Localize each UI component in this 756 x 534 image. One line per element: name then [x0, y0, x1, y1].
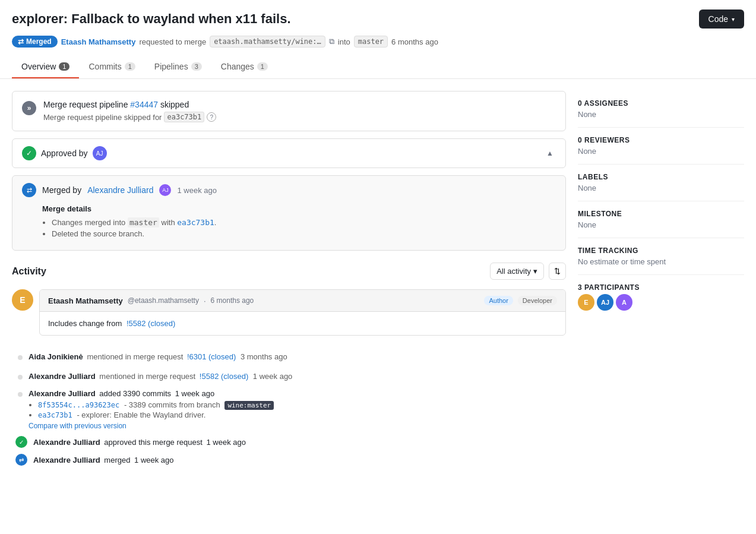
- merge-details-title: Merge details: [42, 204, 556, 213]
- approve-text: Alexandre Julliard approved this merge r…: [33, 438, 566, 447]
- reviewers-value: None: [578, 147, 744, 156]
- comment-header: Etaash Mathamsetty @etaash.mathamsetty ·…: [40, 290, 565, 312]
- pipeline-content: Merge request pipeline #34447 skipped Me…: [43, 100, 556, 122]
- sort-button[interactable]: ⇅: [549, 263, 566, 280]
- merged-time: 1 week ago: [177, 186, 217, 195]
- participant-2[interactable]: AJ: [597, 294, 613, 311]
- author-badge: Author: [484, 296, 513, 305]
- tab-overview[interactable]: Overview 1: [12, 56, 79, 78]
- commit-ref-2[interactable]: ea3c73b1: [38, 411, 72, 419]
- labels-label: Labels: [578, 173, 744, 181]
- comment-body: Includes change from !5582 (closed): [40, 312, 565, 335]
- participant-1[interactable]: E: [578, 294, 594, 311]
- approve-author: Alexandre Julliard: [33, 438, 100, 447]
- activity-filter-dropdown[interactable]: All activity ▾: [490, 263, 544, 280]
- merge-event: ⇄ Alexandre Julliard merged 1 week ago: [12, 454, 566, 466]
- tab-commits[interactable]: Commits 1: [79, 56, 144, 78]
- commit-item-2: ea3c73b1 - explorer: Enable the Wayland …: [38, 410, 566, 419]
- commit-sub: 8f53554c...a93623ec - 3389 commits from …: [29, 400, 566, 430]
- merge-detail-item-1: Changes merged into master with ea3c73b1…: [52, 218, 556, 227]
- double-arrow-icon: »: [27, 104, 31, 112]
- pipeline-subtitle: Merge request pipeline skipped for ea3c7…: [43, 112, 556, 122]
- labels-value: None: [578, 184, 744, 192]
- event-text-1: Aida Jonikienė mentioned in merge reques…: [29, 352, 566, 361]
- activity-controls: All activity ▾ ⇅: [490, 263, 566, 280]
- approve-dot: ✓: [15, 436, 27, 448]
- time-tracking-label: Time tracking: [578, 247, 744, 255]
- merged-by-author[interactable]: Alexandre Julliard: [87, 185, 153, 195]
- page-container: explorer: Fallback to wayland when x11 f…: [0, 0, 756, 534]
- code-button[interactable]: Code ▾: [699, 10, 744, 29]
- compare-link[interactable]: Compare with previous version: [29, 422, 566, 430]
- commit-ref-1[interactable]: 8f53554c...a93623ec: [38, 401, 119, 409]
- time-tracking-section: Time tracking No estimate or time spent: [578, 238, 744, 275]
- pipeline-link[interactable]: #34447: [130, 100, 158, 109]
- help-icon[interactable]: ?: [207, 112, 216, 122]
- participants-label: 3 Participants: [578, 283, 744, 292]
- source-branch[interactable]: etaash.mathamsetty/wine:…: [210, 36, 325, 48]
- tabs: Overview 1 Commits 1 Pipelines 3 Changes…: [12, 56, 744, 78]
- branch-tag: wine:master: [224, 401, 274, 410]
- event-time-1: 3 months ago: [241, 352, 287, 361]
- chevron-up-icon: ▲: [546, 149, 553, 157]
- event-link-1[interactable]: !6301 (closed): [187, 352, 236, 361]
- merge-author[interactable]: Etaash Mathamsetty: [61, 37, 136, 46]
- chevron-down-icon: ▾: [732, 16, 735, 23]
- event-author-1: Aida Jonikienė: [29, 352, 83, 361]
- tab-commits-count: 1: [125, 62, 135, 71]
- labels-section: Labels None: [578, 165, 744, 201]
- participant-3[interactable]: A: [616, 294, 632, 311]
- developer-badge: Developer: [518, 296, 557, 305]
- merged-card: ⇄ Merged by Alexandre Julliard AJ 1 week…: [12, 175, 566, 251]
- merged-header: ⇄ Merged by Alexandre Julliard AJ 1 week…: [12, 176, 565, 204]
- merge-action: requested to merge: [139, 37, 206, 46]
- assignees-value: None: [578, 110, 744, 119]
- approved-collapse-button[interactable]: ▲: [544, 147, 556, 160]
- pipeline-ref: ea3c73b1: [164, 112, 204, 122]
- event-action-1: mentioned in merge request: [87, 352, 183, 361]
- merge-commit-ref[interactable]: ea3c73b1: [177, 218, 214, 227]
- activity-event-1: Aida Jonikienė mentioned in merge reques…: [12, 350, 566, 364]
- page-title: explorer: Fallback to wayland when x11 f…: [12, 11, 291, 27]
- milestone-value: None: [578, 220, 744, 229]
- time-tracking-value: No estimate or time spent: [578, 257, 744, 266]
- comment-meta: Author Developer: [484, 296, 557, 305]
- tab-changes[interactable]: Changes 1: [211, 56, 277, 78]
- merge-event-time: 1 week ago: [134, 456, 174, 465]
- event-action-2: mentioned in merge request: [99, 372, 195, 381]
- master-code: master: [128, 217, 159, 227]
- pipeline-title: Merge request pipeline #34447 skipped: [43, 100, 556, 109]
- activity-items: E Etaash Mathamsetty @etaash.mathamsetty…: [12, 289, 566, 472]
- target-branch[interactable]: master: [354, 36, 388, 48]
- commit-author: Alexandre Julliard: [29, 389, 96, 398]
- activity-title: Activity: [12, 266, 46, 277]
- commit-list: 8f53554c...a93623ec - 3389 commits from …: [29, 400, 566, 419]
- approve-check-icon: ✓: [22, 146, 36, 160]
- approved-label: Approved by: [41, 148, 88, 158]
- comment-time: 6 months ago: [211, 296, 254, 305]
- pipeline-subtitle-text: Merge request pipeline skipped for: [43, 113, 162, 122]
- commit-item-1: 8f53554c...a93623ec - 3389 commits from …: [38, 400, 566, 409]
- comment-body-link[interactable]: !5582 (closed): [126, 319, 175, 328]
- tab-pipelines[interactable]: Pipelines 3: [145, 56, 211, 78]
- merge-event-action: merged: [104, 456, 130, 465]
- merge-time: 6 months ago: [391, 37, 438, 46]
- right-section: 0 Assignees None 0 Reviewers None Labels…: [578, 91, 744, 319]
- participants-section: 3 Participants E AJ A: [578, 275, 744, 319]
- merged-icon: ⇄: [22, 183, 36, 197]
- copy-icon[interactable]: ⧉: [329, 37, 334, 46]
- tab-overview-count: 1: [59, 62, 69, 71]
- merge-detail-item-2: Deleted the source branch.: [52, 229, 556, 238]
- commit-time: 1 week ago: [175, 389, 215, 398]
- commit-text-2: - explorer: Enable the Wayland driver.: [77, 410, 205, 419]
- merge-info: ⇄ Merged Etaash Mathamsetty requested to…: [12, 36, 744, 48]
- merged-badge: ⇄ Merged: [12, 36, 58, 48]
- event-dot-1: [18, 355, 23, 360]
- reviewers-label: 0 Reviewers: [578, 136, 744, 144]
- tab-commits-label: Commits: [88, 62, 121, 71]
- comment-handle: @etaash.mathamsetty: [128, 296, 199, 305]
- event-text-2: Alexandre Julliard mentioned in merge re…: [29, 372, 566, 381]
- event-link-2[interactable]: !5582 (closed): [200, 372, 248, 381]
- assignees-label: 0 Assignees: [578, 99, 744, 108]
- merge-event-author: Alexandre Julliard: [33, 456, 100, 465]
